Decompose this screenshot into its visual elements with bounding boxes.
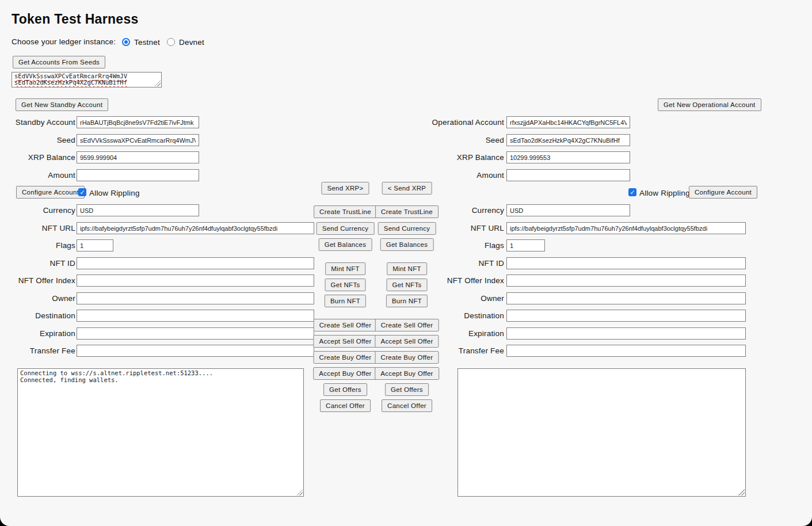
operational-accept-sell-offer-button[interactable]: Accept Sell Offer: [375, 335, 439, 348]
operational-transfer-fee-input[interactable]: [506, 345, 746, 357]
seed-line-2: sEdTao2dKsezHzkPq4X2gC7KNuBifHf: [14, 79, 159, 86]
operational-accept-buy-offer-button[interactable]: Accept Buy Offer: [375, 367, 439, 380]
operational-create-buy-offer-button[interactable]: Create Buy Offer: [375, 351, 439, 364]
operational-destination-label: Destination: [429, 310, 504, 322]
operational-burn-nft-button[interactable]: Burn NFT: [386, 295, 428, 307]
standby-create-sell-offer-button[interactable]: Create Sell Offer: [314, 319, 378, 331]
standby-get-nfts-button[interactable]: Get NFTs: [325, 279, 366, 291]
standby-nft-id-input[interactable]: [77, 257, 314, 269]
operational-xrp-balance-label: XRP Balance: [429, 151, 504, 164]
standby-create-buy-offer-button[interactable]: Create Buy Offer: [314, 351, 378, 364]
get-accounts-from-seeds-button[interactable]: Get Accounts From Seeds: [13, 56, 105, 68]
operational-transfer-fee-label: Transfer Fee: [429, 345, 504, 357]
operational-send-xrp-button[interactable]: < Send XRP: [382, 182, 432, 195]
operational-currency-input[interactable]: [506, 204, 630, 216]
operational-expiration-input[interactable]: [506, 327, 746, 340]
ledger-option-testnet[interactable]: Testnet: [122, 37, 160, 47]
standby-transfer-fee-label: Transfer Fee: [12, 345, 75, 357]
standby-accept-buy-offer-button[interactable]: Accept Buy Offer: [313, 367, 378, 380]
operational-log-textarea[interactable]: [458, 369, 745, 496]
testnet-label: Testnet: [134, 38, 160, 47]
operational-nft-id-label: NFT ID: [429, 257, 504, 270]
devnet-label: Devnet: [179, 38, 204, 47]
standby-nft-id-label: NFT ID: [12, 257, 75, 270]
operational-get-balances-button[interactable]: Get Balances: [380, 238, 434, 251]
get-new-operational-account-button[interactable]: Get New Operational Account: [658, 98, 761, 111]
standby-amount-input[interactable]: [77, 169, 199, 181]
standby-cancel-offer-button[interactable]: Cancel Offer: [320, 399, 371, 412]
operational-create-trustline-button[interactable]: Create TrustLine: [375, 205, 439, 218]
operational-account-input[interactable]: [506, 116, 630, 128]
resize-grip-icon[interactable]: [154, 80, 161, 86]
standby-allow-rippling-label: Allow Rippling: [89, 187, 153, 200]
operational-destination-input[interactable]: [506, 310, 746, 322]
standby-account-input[interactable]: [77, 116, 199, 128]
standby-flags-label: Flags: [12, 239, 75, 252]
standby-currency-label: Currency: [12, 204, 75, 217]
operational-get-offers-button[interactable]: Get Offers: [385, 383, 429, 396]
operational-mint-nft-button[interactable]: Mint NFT: [387, 262, 427, 275]
operational-nft-id-input[interactable]: [506, 257, 746, 269]
operational-nft-url-input[interactable]: [506, 222, 746, 234]
operational-expiration-label: Expiration: [429, 327, 504, 340]
standby-configure-account-button[interactable]: Configure Account: [16, 186, 85, 199]
standby-seed-input[interactable]: [77, 134, 199, 146]
standby-get-balances-button[interactable]: Get Balances: [319, 238, 372, 251]
standby-account-label: Standby Account: [12, 116, 75, 129]
operational-nft-url-label: NFT URL: [429, 222, 504, 235]
operational-get-nfts-button[interactable]: Get NFTs: [387, 279, 428, 291]
operational-log-area: [458, 368, 746, 497]
standby-nft-offer-index-label: NFT Offer Index: [12, 275, 75, 287]
operational-seed-input[interactable]: [506, 134, 630, 146]
standby-currency-input[interactable]: [77, 204, 199, 216]
standby-create-trustline-button[interactable]: Create TrustLine: [314, 205, 377, 218]
operational-allow-rippling-checkbox[interactable]: [628, 188, 636, 196]
standby-get-offers-button[interactable]: Get Offers: [323, 383, 367, 396]
standby-send-xrp-button[interactable]: Send XRP>: [321, 182, 369, 195]
operational-nft-offer-index-label: NFT Offer Index: [429, 275, 504, 287]
operational-flags-input[interactable]: [506, 239, 545, 251]
standby-expiration-label: Expiration: [12, 327, 75, 340]
standby-send-currency-button[interactable]: Send Currency: [317, 222, 375, 235]
standby-owner-input[interactable]: [77, 292, 314, 304]
standby-accept-sell-offer-button[interactable]: Accept Sell Offer: [313, 335, 377, 348]
standby-transfer-fee-input[interactable]: [77, 345, 314, 357]
standby-allow-rippling-checkbox[interactable]: [78, 188, 86, 196]
seeds-textarea[interactable]: sEdVVkSsswaXPCvEatRmcarRrq4WmJV sEdTao2d…: [12, 72, 162, 87]
operational-create-sell-offer-button[interactable]: Create Sell Offer: [375, 319, 439, 331]
standby-xrp-balance-label: XRP Balance: [12, 151, 75, 164]
operational-owner-input[interactable]: [506, 292, 746, 304]
operational-configure-account-button[interactable]: Configure Account: [689, 186, 757, 199]
operational-send-currency-button[interactable]: Send Currency: [378, 222, 436, 235]
standby-nft-offer-index-input[interactable]: [77, 275, 314, 287]
operational-owner-label: Owner: [429, 292, 504, 305]
standby-nft-url-input[interactable]: [77, 222, 314, 234]
standby-owner-label: Owner: [12, 292, 75, 305]
standby-expiration-input[interactable]: [77, 327, 314, 340]
standby-nft-url-label: NFT URL: [12, 222, 75, 235]
standby-xrp-balance-input[interactable]: [77, 151, 199, 163]
operational-currency-label: Currency: [429, 204, 504, 217]
testnet-radio[interactable]: [122, 38, 130, 46]
ledger-option-devnet[interactable]: Devnet: [167, 37, 204, 47]
resize-grip-icon[interactable]: [296, 489, 303, 495]
devnet-radio[interactable]: [167, 38, 175, 46]
standby-log-area: Connecting to wss://s.altnet.rippletest.…: [17, 368, 304, 497]
operational-cancel-offer-button[interactable]: Cancel Offer: [382, 399, 432, 412]
standby-log-textarea[interactable]: Connecting to wss://s.altnet.rippletest.…: [18, 369, 303, 496]
operational-nft-offer-index-input[interactable]: [506, 275, 746, 287]
operational-seed-label: Seed: [429, 134, 504, 147]
page-title: Token Test Harness: [12, 12, 139, 27]
standby-mint-nft-button[interactable]: Mint NFT: [325, 262, 365, 275]
standby-burn-nft-button[interactable]: Burn NFT: [325, 295, 366, 307]
operational-flags-label: Flags: [429, 239, 504, 252]
ledger-instance-label: Choose your ledger instance:: [12, 37, 116, 46]
standby-destination-input[interactable]: [77, 310, 314, 322]
standby-flags-input[interactable]: [77, 239, 113, 251]
operational-xrp-balance-input[interactable]: [506, 151, 630, 163]
operational-amount-input[interactable]: [506, 169, 630, 181]
get-new-standby-account-button[interactable]: Get New Standby Account: [16, 98, 108, 111]
standby-destination-label: Destination: [12, 310, 75, 322]
standby-seed-label: Seed: [12, 134, 75, 147]
resize-grip-icon[interactable]: [738, 489, 745, 495]
